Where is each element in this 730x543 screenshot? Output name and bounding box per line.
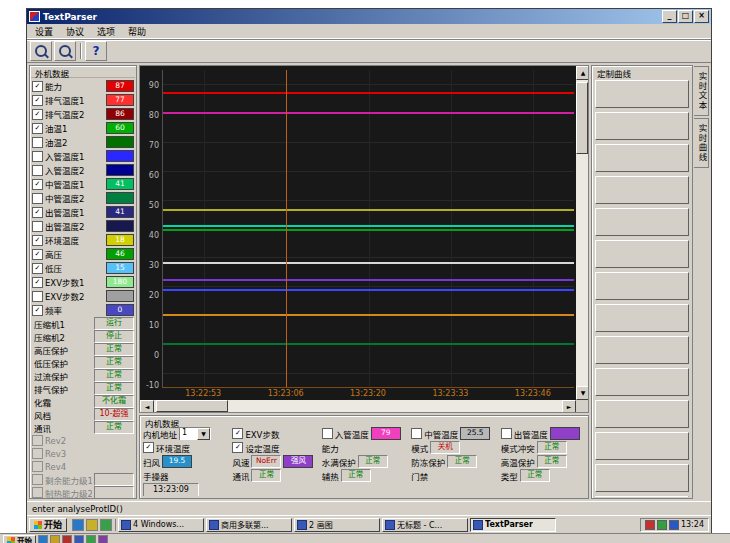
side-tab-2[interactable]: 实时曲线 xyxy=(694,118,709,168)
custom-curve-slot[interactable] xyxy=(595,80,689,108)
zoom-in-button[interactable] xyxy=(30,41,52,61)
scroll-up-icon[interactable]: ▲ xyxy=(576,66,589,80)
task-button[interactable]: 4 Windows... xyxy=(118,518,204,532)
indoor-checkbox[interactable]: ✓ xyxy=(232,442,243,453)
custom-curve-slot[interactable] xyxy=(595,336,689,364)
v-scroll-track[interactable] xyxy=(576,80,588,386)
horizontal-scrollbar[interactable]: ◄ ► xyxy=(140,400,576,412)
sensor-checkbox[interactable]: ✓ xyxy=(32,249,43,260)
folder-icon[interactable] xyxy=(50,535,60,543)
indoor-label: 水满保护 xyxy=(322,456,356,468)
scroll-right-icon[interactable]: ► xyxy=(562,400,576,413)
close-button[interactable]: × xyxy=(694,10,709,23)
custom-curve-slot[interactable] xyxy=(595,496,689,497)
custom-curve-slot[interactable] xyxy=(595,240,689,268)
chart-cursor[interactable] xyxy=(286,70,287,387)
menu-options[interactable]: 选项 xyxy=(91,24,121,39)
menu-help[interactable]: 帮助 xyxy=(122,24,152,39)
sensor-checkbox[interactable] xyxy=(32,165,43,176)
sensor-checkbox[interactable]: ✓ xyxy=(32,305,43,316)
paint-icon[interactable] xyxy=(62,535,72,543)
sensor-checkbox[interactable] xyxy=(32,291,43,302)
y-axis: 9080706050403020100-10 xyxy=(140,70,162,400)
disabled-checkbox[interactable] xyxy=(32,487,43,498)
indoor-checkbox[interactable] xyxy=(411,428,422,439)
volume-icon[interactable] xyxy=(645,520,655,530)
quick-launch-bar xyxy=(69,519,116,531)
sensor-checkbox[interactable]: ✓ xyxy=(32,207,43,218)
sensor-checkbox[interactable] xyxy=(32,221,43,232)
zoom-out-icon xyxy=(59,45,71,57)
indoor-item: 手操器 xyxy=(143,469,228,482)
task-button[interactable]: 2 画图 xyxy=(294,518,380,532)
custom-curve-slot[interactable] xyxy=(595,144,689,172)
scroll-left-icon[interactable]: ◄ xyxy=(140,400,154,413)
status-value: 正常 xyxy=(94,369,134,382)
menu-protocol[interactable]: 协议 xyxy=(60,24,90,39)
indoor-checkbox[interactable] xyxy=(322,428,333,439)
sensor-checkbox[interactable]: ✓ xyxy=(32,109,43,120)
sensor-checkbox[interactable] xyxy=(32,151,43,162)
sensor-checkbox[interactable]: ✓ xyxy=(32,81,43,92)
disabled-label: 剩余能力级1 xyxy=(45,474,92,486)
v-scroll-thumb[interactable] xyxy=(576,82,588,154)
chart-line-teal xyxy=(163,225,574,227)
explorer-icon[interactable] xyxy=(98,535,108,543)
network-icon[interactable] xyxy=(657,520,667,530)
sensor-row: ✓排气温度177 xyxy=(31,93,135,107)
task-button[interactable]: 商用多联第... xyxy=(206,518,292,532)
sensor-checkbox[interactable]: ✓ xyxy=(32,95,43,106)
menu-settings[interactable]: 设置 xyxy=(29,24,59,39)
word-icon[interactable] xyxy=(74,535,84,543)
indoor-item: 模式关机 xyxy=(411,441,496,454)
indoor-checkbox[interactable]: ✓ xyxy=(143,442,154,453)
custom-curve-slot[interactable] xyxy=(595,368,689,396)
sensor-checkbox[interactable] xyxy=(32,193,43,204)
sensor-checkbox[interactable]: ✓ xyxy=(32,235,43,246)
start-button[interactable]: 开始 xyxy=(29,518,67,532)
custom-curve-slot[interactable] xyxy=(595,208,689,236)
h-scroll-thumb[interactable] xyxy=(156,400,228,412)
disabled-checkbox[interactable] xyxy=(32,461,43,472)
task-button[interactable]: 无标题 - C... xyxy=(382,518,468,532)
sensor-value-badge: 87 xyxy=(106,80,134,92)
ie-icon[interactable] xyxy=(38,535,48,543)
side-tab-1[interactable]: 实时文本 xyxy=(694,66,709,116)
sensor-checkbox[interactable]: ✓ xyxy=(32,179,43,190)
sensor-checkbox[interactable]: ✓ xyxy=(32,263,43,274)
media-icon[interactable] xyxy=(86,535,96,543)
custom-curve-slot[interactable] xyxy=(595,112,689,140)
app-tray-icon[interactable] xyxy=(669,520,679,530)
sensor-checkbox[interactable]: ✓ xyxy=(32,123,43,134)
indoor-checkbox[interactable]: ✓ xyxy=(232,428,243,439)
task-button[interactable]: TextParser xyxy=(470,518,556,532)
maximize-button[interactable]: □ xyxy=(678,10,693,23)
custom-curve-slot[interactable] xyxy=(595,304,689,332)
show-desktop-icon[interactable] xyxy=(86,519,98,531)
disabled-checkbox[interactable] xyxy=(32,435,43,446)
disabled-value xyxy=(94,486,134,499)
disabled-row: Rev2 xyxy=(31,434,135,447)
disabled-checkbox[interactable] xyxy=(32,448,43,459)
outer-start-button[interactable]: 开始 xyxy=(3,535,36,543)
indoor-checkbox[interactable] xyxy=(501,428,512,439)
vertical-scrollbar[interactable]: ▲ ▼ xyxy=(576,66,588,400)
address-dropdown[interactable]: 1▼ xyxy=(179,427,211,440)
disabled-label: Rev4 xyxy=(45,462,134,472)
disabled-checkbox[interactable] xyxy=(32,474,43,485)
sensor-checkbox[interactable] xyxy=(32,137,43,148)
minimize-button[interactable]: _ xyxy=(662,10,677,23)
media-player-icon[interactable] xyxy=(100,519,112,531)
custom-curve-slot[interactable] xyxy=(595,176,689,204)
custom-curve-slot[interactable] xyxy=(595,432,689,460)
outdoor-status-list: 压缩机1运行压缩机2停止高压保护正常低压保护正常过流保护正常排气保护正常化霜不化… xyxy=(31,317,135,434)
scroll-down-icon[interactable]: ▼ xyxy=(576,386,589,400)
sensor-checkbox[interactable]: ✓ xyxy=(32,277,43,288)
ie-icon[interactable] xyxy=(72,519,84,531)
zoom-out-button[interactable] xyxy=(54,41,76,61)
custom-curve-slot[interactable] xyxy=(595,272,689,300)
custom-curve-slot[interactable] xyxy=(595,400,689,428)
custom-curve-slot[interactable] xyxy=(595,464,689,492)
h-scroll-track[interactable] xyxy=(154,400,562,412)
help-button[interactable]: ? xyxy=(85,41,107,61)
